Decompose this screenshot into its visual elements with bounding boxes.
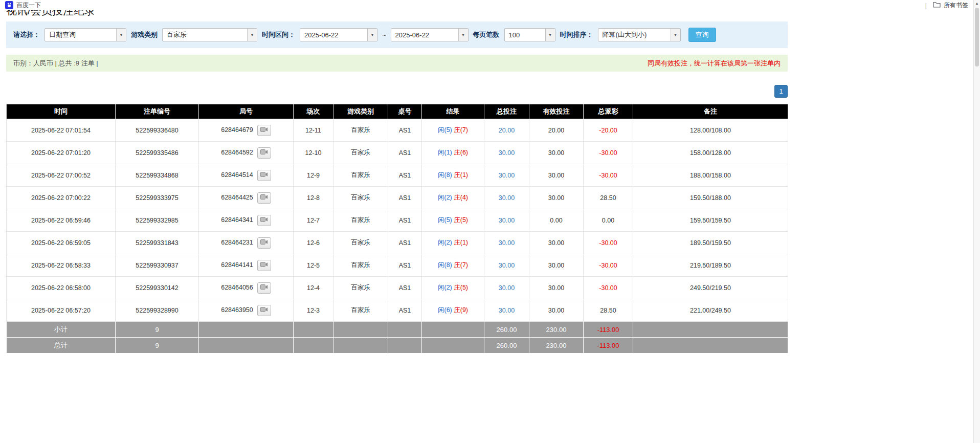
query-button[interactable]: 查询 [688,28,716,42]
cell-time: 2025-06-22 06:58:33 [7,254,116,277]
total-bet-link[interactable]: 30.00 [499,217,515,224]
table-header-row: 时间 注单编号 局号 场次 游戏类别 桌号 结果 总投注 有效投注 总派彩 备注 [7,104,788,119]
round-replay-button[interactable] [257,282,271,294]
round-replay-button[interactable] [257,147,271,159]
total-bet-link[interactable]: 20.00 [499,127,515,134]
subtotal-empty-round [199,322,294,338]
total-bet-link[interactable]: 30.00 [499,172,515,179]
col-header-payout: 总派彩 [584,104,633,119]
total-bet-link[interactable]: 30.00 [499,194,515,202]
table-row: 2025-06-22 07:00:52522599334868628464514… [7,164,788,187]
result-banker: 庄(5) [454,284,468,291]
cell-round: 628464141 [199,254,294,277]
bookmark-item[interactable]: 百度一下 [5,1,41,10]
cell-session: 12-4 [294,277,333,299]
total-payout: -113.00 [584,338,633,353]
table-row: 2025-06-22 07:01:20522599335486628464592… [7,142,788,164]
cell-payout: -20.00 [584,119,633,142]
date-range-label: 时间区间： [262,30,295,39]
cell-round: 628463950 [199,299,294,322]
round-replay-button[interactable] [257,192,271,204]
cell-valid-bet: 20.00 [529,119,584,142]
video-replay-icon [260,306,268,314]
video-replay-icon [260,149,268,157]
total-bet-link[interactable]: 30.00 [499,262,515,269]
date-to-select[interactable]: 2025-06-22 ▾ [391,28,469,41]
page-button-1[interactable]: 1 [774,85,788,98]
total-empty-table [388,338,422,353]
col-header-game-type: 游戏类别 [333,104,388,119]
query-type-label: 请选择： [13,30,40,39]
game-type-value: 百家乐 [163,29,247,41]
cell-note: 158.00/128.00 [633,142,788,164]
sort-order-select[interactable]: 降冪(由大到小) ▾ [598,28,681,41]
total-bet-link[interactable]: 30.00 [499,307,515,314]
total-bet-link[interactable]: 30.00 [499,149,515,157]
cell-valid-bet: 30.00 [529,164,584,187]
chevron-down-icon[interactable]: ▾ [247,29,257,41]
cell-result: 闲(8) 庄(7) [422,254,484,277]
cell-game-type: 百家乐 [333,164,388,187]
chevron-down-icon[interactable]: ▾ [367,29,377,41]
cell-bet-id: 522599330142 [116,277,199,299]
cell-time: 2025-06-22 06:59:46 [7,209,116,232]
bookmarks-folder-icon [933,1,941,10]
result-banker: 庄(6) [454,149,468,156]
cell-note: 159.50/188.00 [633,187,788,209]
filter-bar: 请选择： 日期查询 ▾ 游戏类别 百家乐 ▾ 时间区间： 2025-06-22 … [6,21,788,48]
summary-bar: 币别：人民币 | 总共 :9 注单 | 同局有效投注，统一计算在该局第一张注单内 [6,55,788,72]
round-replay-button[interactable] [257,237,271,249]
total-bet-link[interactable]: 30.00 [499,284,515,292]
game-type-select[interactable]: 百家乐 ▾ [162,28,257,41]
cell-total-bet: 30.00 [484,209,529,232]
cell-payout: 28.50 [584,299,633,322]
scrollbar-thumb[interactable] [975,8,979,67]
table-row: 2025-06-22 06:59:46522599332985628464341… [7,209,788,232]
total-row: 总计 9 260.00 230.00 -113.00 [7,338,788,353]
cell-payout: -30.00 [584,254,633,277]
cell-result: 闲(6) 庄(9) [422,299,484,322]
round-replay-button[interactable] [257,260,271,271]
query-type-value: 日期查询 [45,29,116,41]
round-replay-button[interactable] [257,125,271,136]
col-header-total-bet: 总投注 [484,104,529,119]
cell-note: 249.50/219.50 [633,277,788,299]
vertical-scrollbar[interactable]: ▲ [973,0,980,443]
subtotal-valid-bet: 230.00 [529,322,584,338]
cell-payout: -30.00 [584,277,633,299]
subtotal-total-bet: 260.00 [484,322,529,338]
chevron-down-icon[interactable]: ▾ [116,29,126,41]
chevron-down-icon[interactable]: ▾ [671,29,680,41]
cell-note: 188.00/158.00 [633,164,788,187]
cell-result: 闲(8) 庄(1) [422,164,484,187]
all-bookmarks[interactable]: | 所有书签 [925,1,968,10]
total-bet-link[interactable]: 30.00 [499,239,515,247]
page-size-select[interactable]: 100 ▾ [504,28,555,41]
cell-table-no: AS1 [388,187,422,209]
cell-time: 2025-06-22 07:00:22 [7,187,116,209]
cell-game-type: 百家乐 [333,187,388,209]
cell-table-no: AS1 [388,254,422,277]
result-player: 闲(5) [438,216,452,224]
total-empty-session [294,338,333,353]
query-type-select[interactable]: 日期查询 ▾ [44,28,126,41]
cell-valid-bet: 30.00 [529,232,584,254]
cell-game-type: 百家乐 [333,142,388,164]
round-replay-button[interactable] [257,170,271,181]
summary-notice: 同局有效投注，统一计算在该局第一张注单内 [648,59,781,68]
round-number: 628464231 [221,239,253,246]
bet-records-table: 时间 注单编号 局号 场次 游戏类别 桌号 结果 总投注 有效投注 总派彩 备注… [6,104,788,353]
round-replay-button[interactable] [257,305,271,316]
result-banker: 庄(9) [454,306,468,314]
chevron-down-icon[interactable]: ▾ [545,29,555,41]
table-row: 2025-06-22 06:59:05522599331843628464231… [7,232,788,254]
subtotal-empty-result [422,322,484,338]
result-banker: 庄(1) [454,171,468,179]
date-from-select[interactable]: 2025-06-22 ▾ [300,28,377,41]
round-replay-button[interactable] [257,215,271,226]
cell-time: 2025-06-22 06:59:05 [7,232,116,254]
chevron-down-icon[interactable]: ▾ [458,29,468,41]
scroll-up-arrow-icon[interactable]: ▲ [974,0,980,7]
col-header-time: 时间 [7,104,116,119]
total-total-bet: 260.00 [484,338,529,353]
